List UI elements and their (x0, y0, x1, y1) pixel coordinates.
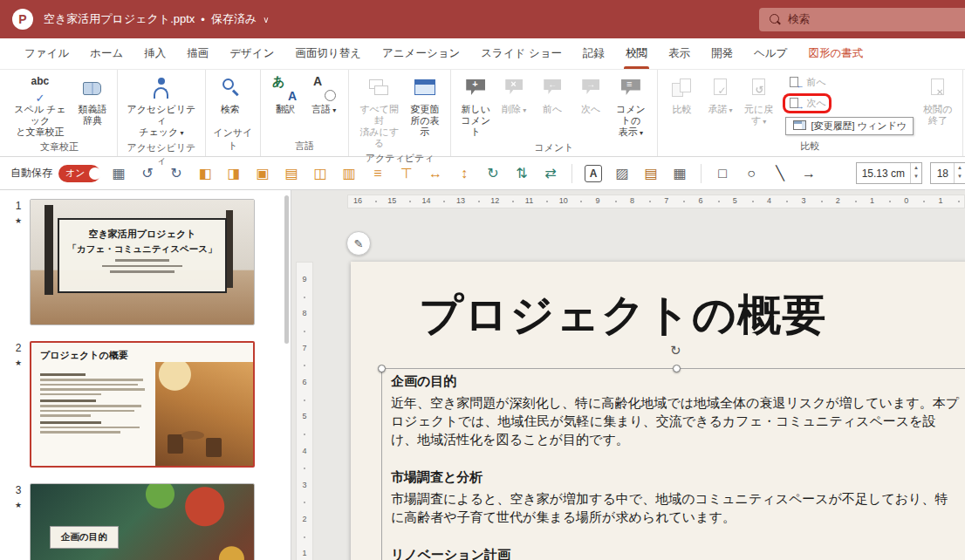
spellcheck-button[interactable]: スペル チェック と文章校正 (7, 73, 73, 140)
chevron-down-icon: ▾ (638, 129, 643, 137)
translate-button[interactable]: 翻訳 (266, 73, 305, 117)
tab-shape-format[interactable]: 図形の書式 (797, 38, 873, 69)
spinner-up-icon[interactable]: ▲ (955, 163, 965, 172)
rev-previous-label: 前へ (807, 76, 826, 89)
tab-help[interactable]: ヘルプ (743, 38, 797, 69)
ribbon-group-buttons: 翻訳言語 ▾ (266, 73, 343, 139)
align-center-icon[interactable]: ▥ (339, 163, 359, 184)
section-heading[interactable]: 企画の目的 (391, 373, 960, 390)
slide-3-row: 3 ★ 企画の目的 (7, 483, 291, 560)
tab-review[interactable]: 校閲 (615, 38, 658, 69)
flip-horizontal-icon[interactable]: ⇄ (540, 163, 561, 184)
redo-icon[interactable]: ↻ (166, 163, 187, 184)
shape-line-icon[interactable]: ╲ (770, 163, 790, 184)
bring-forward-icon[interactable]: ◧ (195, 163, 216, 184)
tab-file[interactable]: ファイル (14, 38, 79, 69)
distribute-vertical-icon[interactable]: ↕ (454, 163, 475, 184)
chevron-down-icon: ▾ (331, 106, 336, 114)
tab-record[interactable]: 記録 (572, 38, 615, 69)
send-backward-icon[interactable]: ◨ (223, 163, 244, 184)
slide-canvas[interactable]: ✎ プロジェクトの概要 ↻ 企画の目的近年、空き家問題が深刻化し、特に高齢化地域… (316, 211, 965, 560)
spinner-down-icon[interactable]: ▼ (911, 172, 921, 181)
view-switcher-icon[interactable]: ▦ (108, 163, 129, 184)
textbox-content[interactable]: 企画の目的近年、空き家問題が深刻化し、特に高齢化地域では地域全体の衰退リスクが増… (382, 369, 965, 560)
save-status: 保存済み (211, 11, 257, 27)
align-top-icon[interactable]: ⊤ (396, 163, 417, 184)
undo-icon[interactable]: ↺ (137, 163, 158, 184)
show-comments-button[interactable]: コメントの 表示 ▾ (610, 73, 651, 140)
tab-insert[interactable]: 挿入 (133, 38, 176, 69)
ruler-number: 1 (939, 196, 943, 205)
spinner-down-icon[interactable]: ▼ (955, 172, 965, 181)
ruler-number: 14 (422, 196, 431, 205)
section-body[interactable]: 市場調査によると、空き家が増加する中で、地域のコミュニティスペースが不足しており… (391, 489, 960, 526)
ribbon-group-label: 文章校正 (7, 140, 112, 156)
picture-icon[interactable]: ▨ (612, 163, 633, 184)
tab-developer[interactable]: 開発 (701, 38, 743, 69)
tab-slideshow[interactable]: スライド ショー (470, 38, 572, 69)
resize-handle-top-center[interactable] (673, 365, 681, 372)
spinner-arrows[interactable]: ▲▼ (910, 163, 921, 183)
thesaurus-button[interactable]: 類義語 辞典 (73, 73, 112, 128)
rotation-handle-icon[interactable]: ↻ (670, 343, 681, 359)
crop-icon[interactable]: ▦ (669, 163, 690, 184)
tab-home[interactable]: ホーム (79, 38, 133, 69)
flip-vertical-icon[interactable]: ⇅ (511, 163, 532, 184)
section-body[interactable]: 近年、空き家問題が深刻化し、特に高齢化地域では地域全体の衰退リスクが増しています… (391, 393, 960, 448)
search-input[interactable]: 検索 (759, 8, 965, 31)
ruler-tick (752, 201, 754, 202)
shape-oval-icon[interactable]: ○ (741, 163, 762, 184)
search-icon (770, 14, 780, 24)
autosave-state: オン (65, 167, 86, 180)
show-changes-button[interactable]: 変更箇 所の表示 (404, 73, 445, 140)
shape-arrow-icon[interactable]: → (798, 163, 819, 184)
resize-handle-top-left[interactable] (378, 365, 386, 372)
slide-3-thumbnail[interactable]: 企画の目的 (30, 483, 255, 560)
send-to-back-icon[interactable]: ▤ (281, 163, 302, 184)
shape-rectangle-icon[interactable]: □ (712, 163, 733, 184)
toolbar-divider (571, 164, 572, 183)
spinner-arrows[interactable]: ▲▼ (954, 163, 965, 183)
bring-to-front-icon[interactable]: ▣ (252, 163, 273, 184)
rotate-icon[interactable]: ↻ (482, 163, 503, 184)
animation-star-icon: ★ (7, 216, 30, 225)
current-slide[interactable]: プロジェクトの概要 ↻ 企画の目的近年、空き家問題が深刻化し、特に高齢化地域では… (351, 262, 965, 560)
align-left-icon[interactable]: ◫ (310, 163, 331, 184)
accessibility-button[interactable]: アクセシビリティ チェック ▾ (123, 73, 200, 140)
text-box-icon[interactable]: A (585, 165, 602, 182)
new-comment-button[interactable]: 新しい コメント (456, 73, 495, 140)
powerpoint-app-icon[interactable]: P (12, 9, 33, 30)
tab-animations[interactable]: アニメーション (372, 38, 470, 69)
autosave-toggle[interactable]: オン (58, 165, 100, 182)
pen-anchor-icon[interactable]: ✎ (346, 231, 371, 256)
accessibility-icon (147, 76, 176, 102)
slide-2-thumbnail[interactable]: プロジェクトの概要 (30, 341, 255, 468)
ruler-tick (304, 434, 305, 435)
previous-comment-button: 前へ (533, 73, 571, 117)
language-button[interactable]: 言語 ▾ (305, 73, 343, 118)
document-title[interactable]: 空き家活用プロジェクト.pptx • 保存済み ∨ (44, 11, 270, 27)
revisions-pane-button[interactable]: [変更履歴] ウィンドウ (785, 117, 914, 135)
selected-text-box[interactable]: ↻ 企画の目的近年、空き家問題が深刻化し、特に高齢化地域では地域全体の衰退リスク… (381, 368, 965, 560)
revision-stack: 前へ次へ[変更履歴] ウィンドウ (785, 75, 914, 135)
chevron-down-icon[interactable]: ∨ (263, 15, 269, 24)
ribbon-group-proofing: スペル チェック と文章校正類義語 辞典文章校正 (2, 70, 118, 156)
section-heading[interactable]: 市場調査と分析 (391, 469, 960, 486)
section-heading[interactable]: リノベーション計画 (391, 547, 960, 560)
distribute-horizontal-icon[interactable]: ↔ (425, 163, 446, 184)
spinner-up-icon[interactable]: ▲ (911, 163, 921, 172)
tab-view[interactable]: 表示 (658, 38, 701, 69)
ruler-tick (304, 297, 305, 298)
tab-design[interactable]: デザイン (219, 38, 284, 69)
tab-transitions[interactable]: 画面切り替え (284, 38, 372, 69)
align-right-icon[interactable]: ≡ (367, 163, 388, 184)
shape-width-spinner[interactable]: 18 ▲▼ (930, 162, 965, 184)
tab-draw[interactable]: 描画 (176, 38, 219, 69)
paste-icon[interactable]: ▤ (640, 163, 661, 184)
search-button[interactable]: 検索 (211, 73, 250, 117)
shape-height-spinner[interactable]: 15.13 cm ▲▼ (856, 162, 922, 184)
slide-1-thumbnail[interactable]: 空き家活用プロジェクト 「カフェ・コミュニティスペース」 (30, 199, 255, 325)
slide-title-text[interactable]: プロジェクトの概要 (419, 286, 826, 345)
ribbon-group-buttons: 比較承諾 ▾元に戻す ▾前へ次へ[変更履歴] ウィンドウ校閲の 終了 (663, 73, 957, 139)
ribbon: スペル チェック と文章校正類義語 辞典文章校正アクセシビリティ チェック ▾ア… (0, 70, 965, 157)
